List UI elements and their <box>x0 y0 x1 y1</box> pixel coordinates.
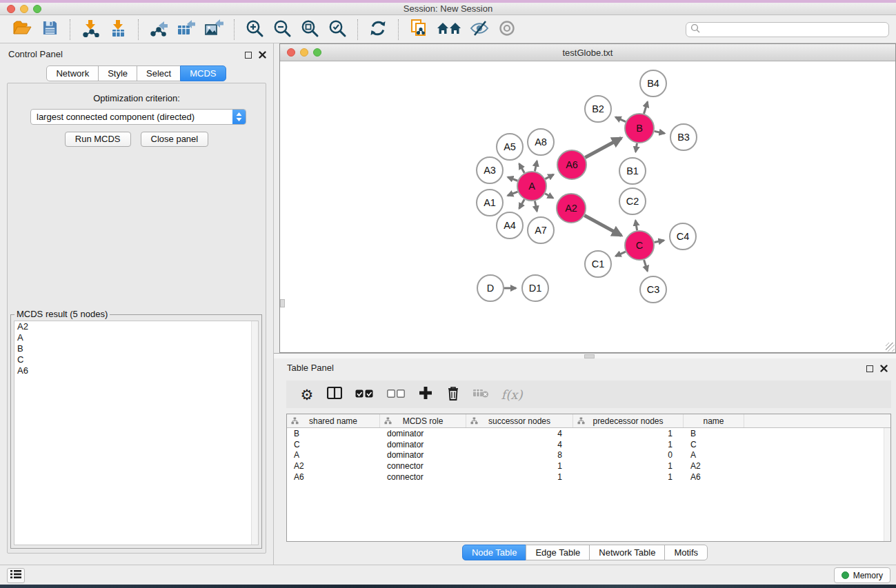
graph-edge-A-A6[interactable] <box>545 174 553 179</box>
export-network-button[interactable] <box>147 18 170 41</box>
graph-edge-C-C3[interactable] <box>644 260 648 271</box>
graph-edge-B-B1[interactable] <box>635 143 637 152</box>
graph-edge-C-C4[interactable] <box>655 241 664 243</box>
table-cell[interactable]: 1 <box>466 461 573 471</box>
graph-node-D1[interactable]: D1 <box>522 275 548 301</box>
graph-node-B4[interactable]: B4 <box>640 70 666 97</box>
graph-node-C[interactable]: C <box>625 231 654 260</box>
column-header-name[interactable]: name <box>684 414 744 427</box>
table-cell[interactable]: 1 <box>573 461 684 471</box>
graph-node-A5[interactable]: A5 <box>497 134 523 160</box>
table-cell[interactable]: dominator <box>380 429 466 438</box>
table-cell[interactable]: 1 <box>573 472 684 482</box>
graph-node-A4[interactable]: A4 <box>497 212 523 239</box>
result-item[interactable]: C <box>14 354 258 365</box>
graph-node-A7[interactable]: A7 <box>528 217 554 243</box>
memory-button[interactable]: Memory <box>834 567 890 583</box>
close-panel-icon[interactable] <box>880 363 888 375</box>
close-panel-button[interactable]: Close panel <box>141 132 209 147</box>
import-table-button[interactable] <box>106 18 130 41</box>
split-view-button[interactable] <box>321 383 348 406</box>
delete-table-button[interactable] <box>467 383 495 406</box>
graph-edge-A-A2[interactable] <box>545 194 553 199</box>
show-hidden-button[interactable] <box>495 18 519 41</box>
table-cell[interactable]: 4 <box>466 429 573 438</box>
table-row[interactable]: A6connector11A6 <box>287 472 890 483</box>
result-item[interactable]: A <box>14 332 258 343</box>
open-session-button[interactable] <box>10 18 34 41</box>
zoom-out-button[interactable] <box>270 18 294 41</box>
float-panel-icon[interactable] <box>245 52 252 59</box>
table-cell[interactable]: connector <box>380 461 466 471</box>
tab-mcds[interactable]: MCDS <box>180 65 226 81</box>
search-field[interactable] <box>686 22 889 37</box>
table-cell[interactable]: A <box>684 450 744 460</box>
graph-node-B2[interactable]: B2 <box>585 96 611 122</box>
export-table-button[interactable] <box>175 18 198 41</box>
graph-node-C3[interactable]: C3 <box>640 276 666 303</box>
search-input[interactable] <box>703 24 888 35</box>
graph-node-D[interactable]: D <box>477 275 504 301</box>
result-item[interactable]: A2 <box>14 321 258 332</box>
graph-node-B1[interactable]: B1 <box>619 158 646 184</box>
create-column-button[interactable] <box>412 383 439 406</box>
close-panel-icon[interactable] <box>259 49 266 61</box>
export-image-button[interactable] <box>202 18 226 41</box>
graph-edge-A-A1[interactable] <box>508 192 517 196</box>
graph-node-A[interactable]: A <box>517 172 546 201</box>
zoom-in-button[interactable] <box>243 18 266 41</box>
graph-edge-C-C2[interactable] <box>635 221 637 231</box>
table-cell[interactable]: 1 <box>573 440 684 449</box>
graph-edge-B-B2[interactable] <box>615 117 626 122</box>
table-cell[interactable]: 8 <box>466 450 573 460</box>
table-scrollbar[interactable] <box>884 428 890 541</box>
result-item[interactable]: B <box>14 343 258 354</box>
network-window-titlebar[interactable]: testGlobe.txt <box>280 44 895 61</box>
graph-node-B[interactable]: B <box>625 114 654 143</box>
task-history-button[interactable] <box>7 568 25 583</box>
network-canvas[interactable]: AA2A6BCA1A3A4A5A7A8B1B2B3B4C1C2C3C4DD1 <box>280 61 895 352</box>
graph-edge-A-A5[interactable] <box>519 163 525 172</box>
graph-node-A6[interactable]: A6 <box>557 150 586 179</box>
attribute-settings-button[interactable]: ⚙ <box>293 383 321 406</box>
zoom-selected-button[interactable] <box>326 18 349 41</box>
table-cell[interactable]: B <box>684 429 744 438</box>
graph-edge-A2-C[interactable] <box>584 216 621 236</box>
save-session-button[interactable] <box>38 18 61 41</box>
graph-edge-A6-B[interactable] <box>585 138 621 157</box>
table-cell[interactable]: C <box>287 440 380 449</box>
graph-edge-C-C1[interactable] <box>616 252 626 256</box>
clone-network-button[interactable] <box>407 18 430 41</box>
graph-edge-A-A8[interactable] <box>535 161 537 171</box>
table-cell[interactable]: dominator <box>380 450 466 460</box>
column-header-shared-name[interactable]: shared name <box>287 414 380 427</box>
tab-motifs[interactable]: Motifs <box>664 545 708 560</box>
table-cell[interactable]: 1 <box>573 429 684 438</box>
tab-select[interactable]: Select <box>137 65 181 81</box>
table-cell[interactable]: A6 <box>287 472 380 482</box>
tab-node-table[interactable]: Node Table <box>462 545 527 560</box>
graph-node-A3[interactable]: A3 <box>477 157 503 183</box>
run-mcds-button[interactable]: Run MCDS <box>65 132 131 147</box>
graph-node-C1[interactable]: C1 <box>585 251 611 277</box>
table-row[interactable]: Bdominator41B <box>287 428 890 439</box>
column-header-MCDS-role[interactable]: MCDS role <box>380 414 466 427</box>
zoom-fit-button[interactable] <box>298 18 321 41</box>
column-header-successor-nodes[interactable]: successor nodes <box>466 414 573 427</box>
table-cell[interactable]: C <box>684 440 744 449</box>
table-row[interactable]: Cdominator41C <box>287 439 890 450</box>
refresh-button[interactable] <box>366 18 390 41</box>
table-cell[interactable]: 1 <box>466 472 573 482</box>
delete-columns-button[interactable] <box>439 383 467 406</box>
table-cell[interactable]: dominator <box>380 440 466 449</box>
table-row[interactable]: A2connector11A2 <box>287 460 890 472</box>
float-panel-icon[interactable] <box>866 365 873 372</box>
graph-node-A2[interactable]: A2 <box>557 194 586 223</box>
graph-edge-A-A4[interactable] <box>519 199 525 208</box>
table-cell[interactable]: A2 <box>287 461 380 471</box>
table-cell[interactable]: 0 <box>573 450 684 460</box>
tab-style[interactable]: Style <box>98 65 137 81</box>
table-cell[interactable]: 4 <box>466 440 573 449</box>
table-cell[interactable]: B <box>287 429 380 438</box>
graph-node-A1[interactable]: A1 <box>477 190 503 216</box>
